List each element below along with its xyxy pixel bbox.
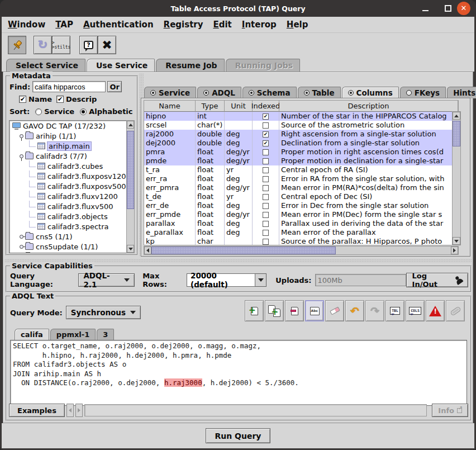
- run-query-button[interactable]: Run Query: [206, 428, 271, 443]
- toolbar-close-button[interactable]: ✖: [98, 36, 116, 54]
- tree-item-cns5[interactable]: cns5 (1/1): [9, 231, 134, 241]
- tree-item-califadr3[interactable]: califadr3 (7/7): [9, 151, 134, 161]
- table-row[interactable]: err_defloatdegError in Dec from the sing…: [144, 201, 458, 210]
- minimize-button[interactable]: [422, 0, 431, 17]
- indexed-checkbox[interactable]: ✔: [263, 140, 269, 146]
- column-header-unit[interactable]: Unit: [225, 101, 253, 112]
- indexed-checkbox[interactable]: [263, 122, 269, 129]
- close-button[interactable]: ✕: [457, 2, 470, 15]
- sort-radio-alphabetic[interactable]: Alphabetic: [80, 107, 132, 116]
- query-language-select[interactable]: ADQL-2.1: [78, 273, 135, 287]
- tree-item-arihip[interactable]: arihip (1/1): [9, 131, 134, 141]
- max-rows-select[interactable]: 20000 (default): [187, 273, 266, 287]
- max-rows-dropdown-button[interactable]: [255, 273, 266, 287]
- tree-item-califadr3-cubes[interactable]: califadr3.cubes: [9, 161, 134, 171]
- indexed-checkbox[interactable]: [263, 149, 269, 155]
- table-row[interactable]: t_defloatyrCentral epoch of Dec (SI): [144, 192, 458, 201]
- columns-vscroll-thumb[interactable]: [453, 121, 460, 146]
- table-row[interactable]: raj2000doubledeg✔Right ascension from a …: [144, 130, 458, 139]
- adql-query-editor[interactable]: SELECT o.target_name, o.raj2000, o.dej20…: [10, 340, 467, 406]
- tab-select-service[interactable]: Select Service: [6, 59, 85, 72]
- menu-item-interop[interactable]: Interop: [237, 18, 282, 31]
- info-button[interactable]: Info: [432, 404, 468, 417]
- indexed-checkbox[interactable]: [263, 185, 269, 191]
- tree-item-califadr3-objects[interactable]: califadr3.objects: [9, 211, 134, 221]
- query-mode-select[interactable]: Synchronous: [66, 306, 141, 319]
- table-row[interactable]: err_pmrafloatdeg/yrMean error in PM(RA)*…: [144, 183, 458, 192]
- tab-service[interactable]: Service: [144, 87, 196, 98]
- menu-item-authentication[interactable]: Authentication: [78, 18, 159, 31]
- tree-scroll-up-icon[interactable]: [127, 121, 134, 129]
- columns-table[interactable]: NameTypeUnitIndexedDescriptionhipnoint✔N…: [144, 100, 459, 245]
- columns-scroll-right-icon[interactable]: [451, 247, 458, 254]
- indexed-checkbox[interactable]: [263, 230, 269, 236]
- tab-fkeys[interactable]: FKeys: [400, 87, 446, 98]
- toolbar-reload-button[interactable]: ↻: [34, 36, 52, 54]
- tree-scroll-down-icon[interactable]: [127, 245, 134, 253]
- maximize-button[interactable]: [445, 0, 451, 17]
- column-header-name[interactable]: Name: [144, 101, 196, 112]
- columns-scroll-up-icon[interactable]: [453, 112, 460, 120]
- tree-collapse-handle-icon[interactable]: [20, 245, 23, 249]
- tree-item-califadr3-fluxposv500[interactable]: califadr3.fluxposv500: [9, 181, 134, 191]
- indexed-checkbox[interactable]: [263, 212, 269, 218]
- tab-hints[interactable]: Hints: [447, 87, 476, 98]
- column-header-type[interactable]: Type: [196, 101, 225, 112]
- columns-hscrollbar[interactable]: [144, 246, 459, 255]
- examples-button[interactable]: Examples: [9, 404, 65, 417]
- adql-undo-button[interactable]: ↶: [345, 300, 364, 321]
- menu-item-window[interactable]: Window: [3, 18, 50, 31]
- adql-erase-button[interactable]: [325, 300, 344, 321]
- indexed-checkbox[interactable]: [263, 194, 269, 200]
- sort-radio-service[interactable]: Service: [35, 107, 74, 116]
- indexed-checkbox[interactable]: [263, 239, 269, 245]
- tab-schema[interactable]: Schema: [242, 87, 297, 98]
- indexed-checkbox[interactable]: [263, 221, 269, 227]
- titlebar[interactable]: Table Access Protocol (TAP) Query ✕: [0, 0, 476, 17]
- columns-vscrollbar[interactable]: [452, 111, 461, 245]
- menu-item-tap[interactable]: TAP: [50, 18, 78, 31]
- tree-item-arihip-main[interactable]: arihip.main: [9, 141, 134, 151]
- table-row[interactable]: pmrafloatdeg/yrProper motion in right as…: [144, 148, 458, 157]
- query-tab-califa[interactable]: califa: [15, 329, 49, 340]
- adql-add-tab-button[interactable]: +: [245, 300, 264, 321]
- schema-tree[interactable]: GAVO DC TAP (17/232)arihip (1/1)arihip.m…: [9, 120, 135, 253]
- adql-insert-columns-button[interactable]: COLS: [406, 300, 425, 321]
- tree-item-califadr3-fluxv1200[interactable]: califadr3.fluxv1200: [9, 191, 134, 201]
- tree-expand-handle-icon[interactable]: [20, 154, 23, 158]
- indexed-checkbox[interactable]: [263, 167, 269, 173]
- tree-item-califadr3-fluxposv1200[interactable]: califadr3.fluxposv1200: [9, 171, 134, 181]
- name-checkbox[interactable]: ✔ Name: [19, 95, 52, 103]
- descrip-checkbox[interactable]: ✔ Descrip: [56, 95, 97, 103]
- adql-remove-tab-button[interactable]: [285, 300, 304, 321]
- adql-abc-validate-button[interactable]: Abc: [305, 300, 324, 321]
- columns-hscroll-thumb[interactable]: [151, 247, 336, 254]
- tab-table[interactable]: Table: [298, 87, 341, 98]
- table-row[interactable]: err_rafloatdegError in RA from the singl…: [144, 174, 458, 183]
- tree-item-cns5update[interactable]: cns5update (1/1): [9, 241, 134, 252]
- tree-expand-handle-icon[interactable]: [20, 134, 23, 138]
- query-tab-ppmxl-1[interactable]: ppmxl-1: [50, 329, 96, 340]
- tree-item-GAVO[interactable]: GAVO DC TAP (17/232): [9, 121, 134, 131]
- indexed-checkbox[interactable]: ✔: [263, 131, 269, 138]
- table-row[interactable]: parallaxfloatdegParallax used in derivin…: [144, 219, 458, 228]
- login-button[interactable]: Log In/Out: [406, 273, 468, 287]
- or-button[interactable]: Or: [107, 81, 122, 92]
- table-row[interactable]: dej2000doubledeg✔Declination from a sing…: [144, 139, 458, 148]
- tree-item-califadr3-spectra[interactable]: califadr3.spectra: [9, 221, 134, 231]
- table-row[interactable]: err_pmdefloatdeg/yrMean error in PM(Dec)…: [144, 210, 458, 219]
- indexed-checkbox[interactable]: [263, 203, 269, 209]
- tab-use-service[interactable]: Use Service: [87, 59, 155, 72]
- query-tab-3[interactable]: 3: [97, 329, 114, 340]
- menu-item-registry[interactable]: Registry: [159, 18, 208, 31]
- columns-scroll-down-icon[interactable]: [453, 237, 460, 245]
- columns-scroll-left-icon[interactable]: [144, 247, 151, 254]
- tree-item-califadr3-fluxv500[interactable]: califadr3.fluxv500: [9, 201, 134, 211]
- example-next-button[interactable]: [75, 404, 83, 417]
- adql-parse-error-button[interactable]: [426, 300, 445, 321]
- tab-columns[interactable]: Columns: [342, 87, 399, 98]
- tree-scroll-thumb[interactable]: [127, 131, 134, 209]
- toolbar-stilts-button[interactable]: > >stilts: [52, 36, 70, 54]
- tab-resume-job[interactable]: Resume Job: [156, 59, 224, 72]
- tree-scrollbar[interactable]: [126, 120, 135, 253]
